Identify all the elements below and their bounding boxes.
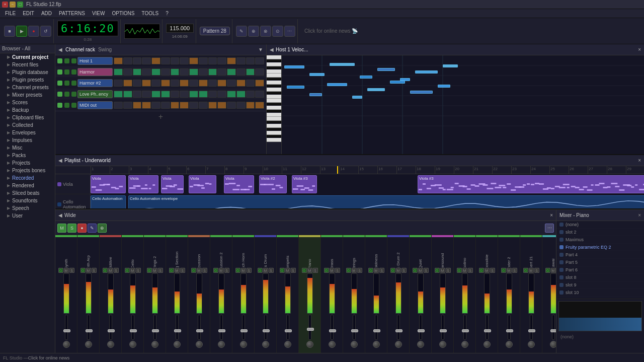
mixer-tb-5[interactable]: ⊕ — [98, 224, 107, 233]
sidebar-item-scores[interactable]: ▶Scores — [0, 99, 55, 106]
menu-add[interactable]: ADD — [38, 10, 55, 17]
pan-knob[interactable] — [218, 341, 225, 348]
mixer-g-button[interactable]: G — [103, 268, 108, 273]
black-key[interactable] — [267, 92, 281, 94]
mixer-g-button[interactable]: G — [413, 268, 418, 273]
pad-button[interactable] — [114, 57, 123, 64]
channel-led-2[interactable] — [64, 58, 69, 63]
mixer-m-button[interactable]: M — [374, 268, 379, 273]
fader-thumb[interactable] — [218, 329, 225, 332]
menu-patterns[interactable]: PATTERNS — [56, 10, 88, 17]
pad-button[interactable] — [161, 80, 170, 87]
pad-button[interactable] — [255, 102, 264, 109]
black-key[interactable] — [267, 103, 281, 105]
mixer-m-button[interactable]: M — [551, 268, 556, 273]
pad-button[interactable] — [151, 68, 160, 76]
pad-button[interactable] — [142, 68, 151, 76]
pad-button[interactable] — [171, 80, 180, 87]
fader-track[interactable] — [242, 315, 245, 340]
plugin-close[interactable]: × — [638, 212, 641, 218]
mixer-channel[interactable]: ThinkilnessGMS — [365, 235, 387, 353]
mixer-channel[interactable]: PercussionGMS — [188, 235, 210, 353]
piano-note[interactable] — [377, 68, 395, 71]
mixer-m-button[interactable]: M — [285, 268, 290, 273]
fader-thumb[interactable] — [418, 329, 425, 332]
status-news[interactable]: Click for online news — [28, 355, 70, 360]
fader-track[interactable] — [419, 315, 422, 340]
piano-note[interactable] — [309, 73, 325, 76]
mixer-m-button[interactable]: M — [130, 268, 135, 273]
fader-thumb[interactable] — [550, 329, 556, 332]
white-key[interactable] — [267, 55, 281, 59]
pad-button[interactable] — [227, 102, 236, 109]
mixer-g-button[interactable]: G — [435, 268, 440, 273]
playlist-block[interactable]: Viola — [224, 175, 254, 193]
mixer-g-button[interactable]: G — [80, 268, 86, 273]
playlist-nav[interactable]: ◀ — [58, 158, 62, 163]
channel-rack-scroll[interactable]: Host 1HarmorHarmor #2Love Ph..encyMIDI o… — [55, 55, 266, 154]
plugin-slot-9[interactable]: slot 10 — [556, 289, 644, 297]
mixer-g-button[interactable]: G — [125, 268, 130, 273]
channel-led-3[interactable] — [71, 103, 76, 108]
fader-thumb[interactable] — [108, 329, 115, 332]
pad-button[interactable] — [236, 57, 246, 64]
mixer-channel[interactable]: Bass DrumGMS — [255, 235, 277, 353]
cr-expand[interactable]: ▼ — [258, 47, 263, 52]
pad-button[interactable] — [199, 102, 208, 109]
mixer-s-button[interactable]: S — [424, 268, 429, 273]
piano-note[interactable] — [438, 85, 450, 88]
mixer-s-button[interactable]: S — [490, 268, 495, 273]
pad-button[interactable] — [180, 91, 189, 98]
pad-button[interactable] — [171, 102, 180, 109]
fader-track[interactable] — [176, 315, 179, 340]
mixer-g-button[interactable]: G — [501, 268, 506, 273]
fader-track[interactable] — [198, 315, 201, 340]
mixer-channel[interactable]: AdditiveGMS — [100, 235, 122, 353]
fader-thumb[interactable] — [240, 329, 248, 332]
mixer-close[interactable]: × — [550, 212, 553, 218]
fader-thumb[interactable] — [307, 328, 314, 331]
mixer-channel[interactable]: StringsGMS — [343, 235, 365, 353]
pr-nav-prev[interactable]: ◀ — [270, 47, 274, 52]
mixer-s-button[interactable]: S — [446, 268, 451, 273]
mixer-g-button[interactable]: G — [147, 268, 152, 273]
black-key[interactable] — [267, 66, 281, 69]
play-button[interactable]: ▶ — [16, 26, 27, 37]
pan-knob[interactable] — [129, 341, 136, 348]
mixer-m-button[interactable]: M — [197, 268, 202, 273]
playlist-block[interactable]: Viola #3 — [292, 175, 317, 193]
plugin-slot-2[interactable]: Maximus — [556, 236, 644, 244]
sidebar-item-current-project[interactable]: ▶Current project — [0, 53, 55, 61]
pan-knob[interactable] — [85, 341, 92, 348]
pad-button[interactable] — [114, 91, 123, 98]
fader-track[interactable] — [131, 315, 134, 340]
pan-knob[interactable] — [63, 341, 70, 348]
mixer-channel[interactable]: KawaiGMS — [542, 235, 556, 353]
sidebar-item-envelopes[interactable]: ▶Envelopes — [0, 129, 55, 136]
mixer-channel[interactable]: SynthGMS — [55, 235, 77, 353]
piano-note[interactable] — [410, 91, 433, 94]
mixer-channel[interactable]: Percussion 2GMS — [210, 235, 232, 353]
mixer-m-button[interactable]: M — [175, 268, 180, 273]
pan-knob[interactable] — [506, 341, 513, 348]
mixer-m-button[interactable]: M — [485, 268, 490, 273]
mixer-s-button[interactable]: S — [247, 268, 252, 273]
channel-led-2[interactable] — [64, 103, 69, 108]
note-grid[interactable] — [282, 55, 644, 154]
piano-note[interactable] — [327, 83, 347, 86]
fader-thumb[interactable] — [351, 329, 358, 332]
channel-led-1[interactable] — [57, 92, 62, 97]
channel-led-1[interactable] — [57, 58, 62, 63]
piano-note[interactable] — [284, 65, 304, 68]
fader-track[interactable] — [153, 315, 156, 340]
menu-help[interactable]: ? — [163, 10, 172, 17]
pan-knob[interactable] — [395, 341, 402, 348]
mixer-g-button[interactable]: G — [523, 268, 528, 273]
plugin-slot-7[interactable]: slot 8 — [556, 274, 644, 281]
pad-button[interactable] — [189, 80, 198, 87]
pad-button[interactable] — [114, 102, 123, 109]
pad-button[interactable] — [123, 68, 132, 76]
pad-button[interactable] — [208, 57, 217, 64]
mixer-s-button[interactable]: S — [269, 268, 274, 273]
mode-btn-3[interactable]: ⊗ — [260, 26, 271, 37]
